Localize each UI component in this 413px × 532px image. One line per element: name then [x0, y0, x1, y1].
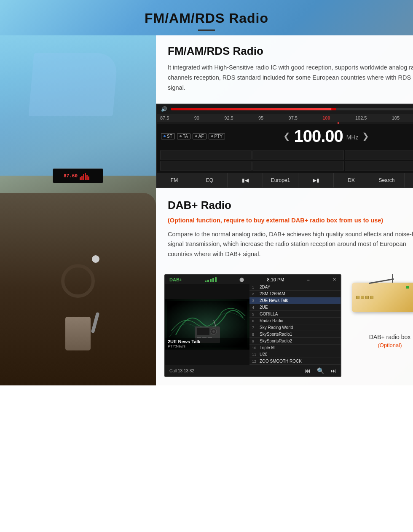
frequency-display: 100.00: [294, 127, 343, 146]
search-button[interactable]: Search: [369, 173, 405, 187]
station-name-11: U20: [260, 352, 267, 357]
station-num-9: 9: [252, 339, 260, 343]
fm-button[interactable]: FM: [157, 173, 192, 187]
station-num-12: 12: [252, 359, 260, 364]
station-item-9[interactable]: 9 SkySportsRadio2: [249, 338, 341, 345]
ta-tag[interactable]: TA: [177, 133, 190, 139]
station-name-2: 2SM 1269AM: [260, 291, 285, 296]
station-num-1: 1: [252, 285, 260, 289]
dab-antenna: [392, 274, 393, 283]
station-item-5[interactable]: 5 GORILLA: [249, 311, 341, 318]
station-item-1[interactable]: 1 2DAY: [249, 284, 341, 291]
dab-bottom-section: DAB+ ⬤ 8:10 PM ≡ ✕: [156, 268, 413, 385]
station-num-5: 5: [252, 312, 260, 316]
station-item-6[interactable]: 6 Radar Radio: [249, 318, 341, 324]
station-item-11[interactable]: 11 U20: [249, 351, 341, 358]
freq-scale-105: 105: [392, 115, 400, 120]
freq-scale-95: 95: [258, 115, 263, 120]
freq-scale-90: 90: [194, 115, 199, 120]
dab-box-connectors: [356, 296, 373, 299]
fm-radio-description: It integrated with High-Sensitive radio …: [168, 63, 413, 93]
dab-prev-button[interactable]: ⏮: [305, 367, 311, 374]
st-tag[interactable]: ST: [161, 133, 175, 139]
radio-screen: 🔊 30 87.5 90 92.5 95 97.5: [156, 104, 413, 188]
volume-icon: 🔊: [161, 106, 167, 112]
signal-bar-4: [212, 278, 214, 282]
frequency-nav: ❮ 100.00 MHz ❯: [283, 127, 369, 146]
st-label: ST: [167, 134, 172, 139]
close-icon: ✕: [333, 277, 336, 282]
dab-box-label-container: DAB+ radio box (Optional): [369, 333, 410, 349]
station-item-7[interactable]: 7 Sky Racing World: [249, 324, 341, 331]
dab-optional-note: (Optional function, require to buy exter…: [168, 216, 413, 225]
title-divider: [198, 29, 215, 31]
freq-prev-arrow[interactable]: ❮: [283, 131, 290, 141]
station-item-2[interactable]: 2 2SM 1269AM: [249, 291, 341, 297]
dab-call-text: Call 13 13 82: [169, 369, 194, 373]
station-item-4[interactable]: 4 2UE: [249, 304, 341, 311]
station-num-11: 11: [252, 353, 260, 357]
preset-6[interactable]: [345, 161, 413, 171]
back-button[interactable]: ↲: [405, 173, 413, 187]
dab-box-image: [348, 274, 413, 329]
dab-next-button[interactable]: ⏭: [330, 367, 336, 374]
station-name-8: SkySportsRadio1: [260, 332, 292, 337]
volume-slider-track[interactable]: [171, 108, 413, 110]
station-name-4: 2UE: [260, 305, 268, 310]
preset-grid: [157, 148, 413, 173]
preset-2[interactable]: [252, 150, 344, 160]
preset-3[interactable]: [345, 150, 413, 160]
pty-tag[interactable]: PTY: [209, 133, 225, 139]
preset-1[interactable]: [160, 150, 252, 160]
station-item-3[interactable]: 3 2UE News Talk: [249, 297, 341, 304]
fm-radio-title: FM/AM/RDS Radio: [168, 45, 413, 58]
pty-label: PTY: [215, 134, 223, 139]
station-item-12[interactable]: 12 ZOO SMOOTH ROCK: [249, 358, 341, 365]
dab-time: 8:10 PM: [267, 277, 284, 282]
station-num-8: 8: [252, 332, 260, 337]
preset-4[interactable]: [160, 161, 252, 171]
prev-button[interactable]: ▮◀: [228, 173, 263, 187]
station-name-12: ZOO SMOOTH ROCK: [260, 359, 302, 364]
europe1-button[interactable]: Europe1: [263, 173, 298, 187]
dab-box-body: [352, 283, 413, 312]
volume-bar-row: 🔊 30: [157, 104, 413, 114]
freq-scale-975: 97.5: [289, 115, 298, 120]
signal-bar-1: [205, 281, 206, 282]
station-name-3: 2UE News Talk: [260, 298, 288, 303]
station-num-10: 10: [252, 346, 260, 350]
frequency-unit: MHz: [346, 134, 359, 141]
ta-label: TA: [183, 134, 188, 139]
dab-search-button[interactable]: 🔍: [317, 367, 324, 374]
dab-section: DAB+ Radio (Optional function, require t…: [156, 188, 413, 268]
dx-button[interactable]: DX: [334, 173, 369, 187]
preset-5[interactable]: [252, 161, 344, 171]
radio-controls-bar: FM EQ ▮◀ Europe1 ▶▮ DX Search ↲: [157, 173, 413, 187]
dab-description: Compare to the normal analog radio, DAB+…: [168, 230, 413, 260]
freq-next-arrow[interactable]: ❯: [362, 131, 369, 141]
station-item-8[interactable]: 8 SkySportsRadio1: [249, 331, 341, 338]
dab-playback-controls: ⏮ 🔍 ⏭: [305, 367, 336, 374]
station-name-7: Sky Racing World: [260, 325, 293, 330]
dab-box-main-label: DAB+ radio box: [369, 333, 410, 342]
station-item-10[interactable]: 10 Triple M: [249, 345, 341, 351]
radio-screen-section: 🔊 30 87.5 90 92.5 95 97.5: [156, 104, 413, 188]
eq-button[interactable]: EQ: [192, 173, 228, 187]
station-num-6: 6: [252, 319, 260, 323]
svg-point-4: [212, 330, 215, 333]
af-label: AF: [198, 134, 204, 139]
dab-title: DAB+ Radio: [168, 199, 413, 212]
signal-bar-2: [207, 280, 209, 282]
dab-screen: DAB+ ⬤ 8:10 PM ≡ ✕: [164, 274, 341, 377]
af-tag[interactable]: AF: [193, 133, 206, 139]
gps-icon: ⬤: [239, 277, 244, 282]
next-button[interactable]: ▶▮: [298, 173, 334, 187]
svg-rect-2: [197, 328, 209, 335]
content-column: FM/AM/RDS Radio It integrated with High-…: [156, 35, 413, 385]
station-name-6: Radar Radio: [260, 318, 283, 323]
freq-needle-track: [157, 122, 413, 124]
dab-bottom-bar: Call 13 13 82 ⏮ 🔍 ⏭: [165, 365, 341, 376]
volume-slider-fill: [171, 108, 334, 110]
signal-bar-5: [215, 277, 217, 282]
dab-station-display: 2UE News Talk: [168, 339, 247, 344]
